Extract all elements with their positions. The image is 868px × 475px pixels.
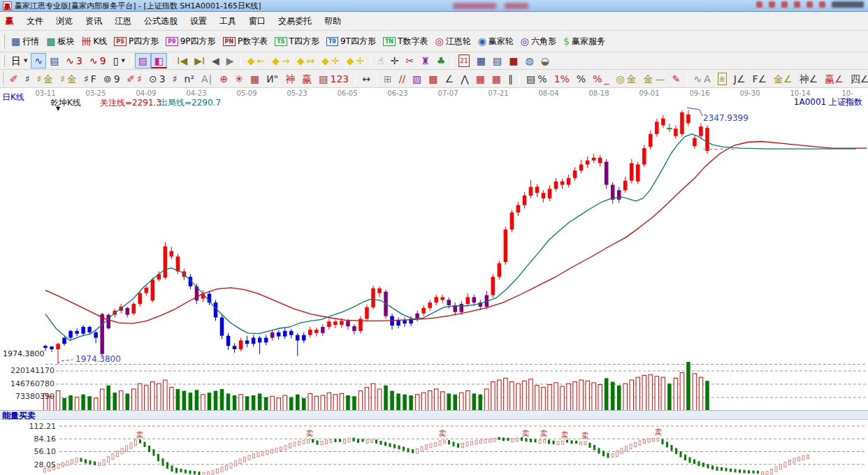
toolbar-button[interactable]: ∿3 bbox=[62, 53, 86, 68]
toolbar-button[interactable]: 赢∠ bbox=[821, 71, 847, 87]
toolbar-button[interactable]: 金 bbox=[714, 71, 730, 87]
toolbar-button[interactable]: ↔ bbox=[359, 71, 374, 87]
toolbar-button[interactable]: ✂ bbox=[402, 53, 417, 68]
toolbar-button[interactable]: 1% bbox=[551, 71, 573, 87]
toolbar-button[interactable]: ▤123 bbox=[315, 71, 352, 87]
menu-item-5[interactable]: 设置 bbox=[184, 13, 213, 29]
overlay-caret-icon[interactable]: ▼ bbox=[56, 105, 60, 112]
toolbar-button[interactable]: И" bbox=[263, 71, 282, 87]
toolbar-button[interactable]: ◎金 bbox=[612, 71, 639, 87]
toolbar-button[interactable]: A∣ bbox=[198, 71, 217, 87]
toolbar-button[interactable]: J∠ bbox=[730, 71, 749, 87]
toolbar-button[interactable]: ⋀ bbox=[457, 71, 472, 87]
menu-item-2[interactable]: 资讯 bbox=[79, 13, 108, 29]
toolbar-button[interactable]: I◀ bbox=[173, 53, 191, 68]
toolbar-button[interactable]: ♯ bbox=[169, 71, 181, 87]
toolbar-button[interactable]: ∠ bbox=[442, 71, 458, 87]
toolbar-button[interactable]: ◒ bbox=[537, 53, 553, 68]
toolbar-button[interactable]: ▩ bbox=[425, 71, 441, 87]
titlebar-tray-icon[interactable] bbox=[781, 1, 788, 8]
toolbar-button[interactable]: 四∠ bbox=[847, 71, 868, 87]
toolbar-grip[interactable] bbox=[2, 73, 3, 85]
menu-item-3[interactable]: 江恩 bbox=[108, 13, 138, 29]
toolbar-button[interactable]: 赢 bbox=[298, 71, 315, 87]
toolbar-button[interactable]: ⊚9 bbox=[100, 71, 124, 87]
toolbar-button[interactable]: ∕∕ bbox=[396, 71, 409, 87]
toolbar-button[interactable]: ▦ bbox=[473, 53, 489, 68]
overlay-name-label[interactable]: 乾坤K线 bbox=[50, 97, 81, 109]
toolbar-button[interactable]: ∥ bbox=[505, 71, 516, 87]
toolbar-grip[interactable] bbox=[2, 34, 5, 49]
toolbar-button[interactable]: 21 bbox=[455, 53, 472, 68]
menu-item-9[interactable]: 帮助 bbox=[318, 13, 347, 29]
toolbar-button[interactable]: ▶ bbox=[223, 53, 238, 68]
toolbar-button[interactable]: ◎江恩轮 bbox=[431, 34, 474, 49]
toolbar-button[interactable]: ◆✛ bbox=[343, 53, 368, 68]
toolbar-button[interactable]: ♜ bbox=[417, 53, 433, 68]
toolbar-button[interactable]: ♯F bbox=[80, 71, 100, 87]
toolbar-button[interactable]: 神 bbox=[282, 71, 298, 87]
toolbar-button[interactable]: ◎六角形 bbox=[517, 34, 560, 49]
titlebar-tray-icon[interactable] bbox=[806, 1, 813, 8]
menu-item-0[interactable]: 文件 bbox=[20, 13, 50, 29]
toolbar-button[interactable]: ♯金 bbox=[34, 71, 57, 87]
toolbar-button[interactable]: ◧ bbox=[151, 53, 167, 68]
toolbar-button[interactable]: ▨ bbox=[409, 71, 425, 87]
toolbar-button[interactable]: 金∠ bbox=[770, 71, 796, 87]
toolbar-button[interactable]: ∿ bbox=[31, 53, 46, 68]
toolbar-button[interactable]: 金— bbox=[640, 71, 669, 87]
toolbar-button[interactable]: ▦ bbox=[489, 71, 505, 87]
toolbar-button[interactable]: 卌K线 bbox=[78, 34, 110, 49]
toolbar-button[interactable]: ⊙3 bbox=[145, 71, 169, 87]
toolbar-button[interactable]: ◆→ bbox=[268, 53, 294, 68]
toolbar-button[interactable]: ✳ bbox=[231, 71, 247, 87]
titlebar-tray-icon[interactable] bbox=[819, 1, 825, 8]
toolbar-button[interactable]: ∿9 bbox=[86, 53, 110, 68]
toolbar-button[interactable]: ♣ bbox=[433, 53, 449, 68]
toolbar-button[interactable]: ◀ bbox=[208, 53, 223, 68]
toolbar-button[interactable]: ■ bbox=[505, 53, 521, 68]
toolbar-button[interactable]: PSP四方形 bbox=[110, 34, 162, 49]
menu-item-4[interactable]: 公式选股 bbox=[138, 13, 184, 29]
toolbar-button[interactable]: ▤ bbox=[46, 53, 62, 68]
toolbar-button[interactable]: ∿A bbox=[690, 71, 714, 87]
menu-item-1[interactable]: 浏览 bbox=[50, 13, 79, 29]
titlebar-caption-area[interactable] bbox=[832, 1, 864, 8]
toolbar-button[interactable]: ♯金 bbox=[57, 71, 80, 87]
toolbar-button[interactable]: ▨ bbox=[135, 53, 151, 68]
toolbar-button[interactable]: ▦行情 bbox=[8, 34, 43, 49]
toolbar-button[interactable]: TNT数字表 bbox=[379, 34, 432, 49]
menu-item-7[interactable]: 窗口 bbox=[243, 13, 272, 29]
toolbar-button[interactable]: ◍ bbox=[521, 53, 537, 68]
toolbar-button[interactable]: PNP数字表 bbox=[219, 34, 272, 49]
toolbar-button[interactable]: % bbox=[573, 71, 589, 87]
toolbar-button[interactable]: $赢家服务 bbox=[560, 34, 609, 49]
toolbar-button[interactable]: F∠ bbox=[748, 71, 770, 87]
period-label[interactable]: 日K线 bbox=[2, 92, 24, 103]
toolbar-button[interactable]: ▩板块 bbox=[43, 34, 78, 49]
indicator-name-label[interactable]: 能量买卖 bbox=[2, 410, 36, 422]
toolbar-button[interactable]: ✎ bbox=[669, 71, 684, 87]
toolbar-button[interactable]: %_ bbox=[589, 71, 612, 87]
menu-item-8[interactable]: 交易委托 bbox=[272, 13, 318, 29]
toolbar-button[interactable]: ☝ bbox=[374, 53, 387, 68]
toolbar-button[interactable]: 日▼ bbox=[8, 53, 31, 68]
toolbar-button[interactable]: ✐ bbox=[6, 71, 22, 87]
menu-item-6[interactable]: 工具 bbox=[213, 13, 243, 29]
toolbar-button[interactable]: TST四方形 bbox=[271, 34, 323, 49]
toolbar-button[interactable]: ◆↔ bbox=[294, 53, 319, 68]
toolbar-button[interactable]: ⊕ bbox=[217, 71, 232, 87]
toolbar-button[interactable]: ▯▼ bbox=[110, 53, 129, 68]
toolbar-button[interactable]: T99T四方形 bbox=[323, 34, 379, 49]
toolbar-button[interactable]: ♯ bbox=[22, 71, 34, 87]
toolbar-button[interactable]: ▦ bbox=[247, 71, 263, 87]
toolbar-button[interactable]: ⊞ bbox=[380, 71, 396, 87]
toolbar-grip[interactable] bbox=[2, 55, 5, 67]
toolbar-button[interactable]: 神∠ bbox=[796, 71, 822, 87]
toolbar-button[interactable]: P99P四方形 bbox=[162, 34, 219, 49]
toolbar-button[interactable]: ▶I bbox=[191, 53, 208, 68]
toolbar-button[interactable]: n² bbox=[181, 71, 198, 87]
toolbar-button[interactable]: ▤ bbox=[489, 53, 505, 68]
titlebar-tray-icon[interactable] bbox=[756, 1, 762, 8]
titlebar-tray-icon[interactable] bbox=[794, 1, 800, 8]
